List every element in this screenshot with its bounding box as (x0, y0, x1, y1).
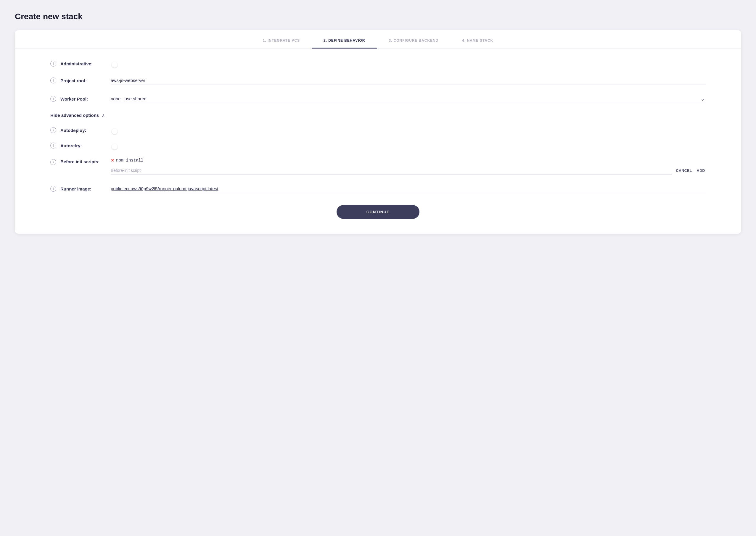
stepper: 1. INTEGRATE VCS 2. DEFINE BEHAVIOR 3. C… (15, 30, 741, 49)
worker-pool-label: Worker Pool: (60, 96, 111, 101)
autoretry-info-icon[interactable]: i (50, 143, 56, 149)
runner-image-label: Runner image: (60, 186, 111, 191)
worker-pool-info-icon[interactable]: i (50, 96, 56, 102)
step-define-behavior[interactable]: 2. DEFINE BEHAVIOR (312, 39, 377, 49)
main-card: 1. INTEGRATE VCS 2. DEFINE BEHAVIOR 3. C… (15, 30, 741, 234)
project-root-input[interactable] (111, 76, 706, 85)
before-init-scripts-row: i Before init scripts: ✕ npm install CAN… (50, 158, 706, 175)
before-init-scripts-col: ✕ npm install CANCEL ADD (111, 158, 706, 175)
script-name: npm install (116, 158, 143, 163)
runner-image-info-icon[interactable]: i (50, 186, 56, 192)
project-root-info-icon[interactable]: i (50, 78, 56, 84)
administrative-info-icon[interactable]: i (50, 61, 56, 67)
continue-button[interactable]: CONTINUE (337, 205, 419, 219)
advanced-options-toggle[interactable]: Hide advanced options ∧ (50, 113, 706, 118)
worker-pool-select-wrapper: none - use shared default custom ⌄ (111, 94, 706, 103)
project-root-row: i Project root: (50, 76, 706, 85)
autodeploy-toggle-wrapper (111, 127, 706, 133)
add-script-button[interactable]: ADD (696, 167, 706, 174)
before-init-scripts-info-icon[interactable]: i (50, 159, 56, 165)
runner-image-input-wrapper (111, 184, 706, 193)
autodeploy-info-icon[interactable]: i (50, 127, 56, 133)
administrative-toggle-wrapper (111, 61, 706, 66)
autoretry-label: Autoretry: (60, 143, 111, 148)
cancel-script-button[interactable]: CANCEL (675, 167, 693, 174)
autoretry-toggle-wrapper (111, 143, 706, 148)
runner-image-input[interactable] (111, 184, 706, 193)
project-root-input-wrapper (111, 76, 706, 85)
administrative-row: i Administrative: (50, 61, 706, 67)
project-root-label: Project root: (60, 78, 111, 83)
worker-pool-select[interactable]: none - use shared default custom (111, 94, 706, 103)
runner-image-row: i Runner image: (50, 184, 706, 193)
form-area: i Administrative: i Project root: i Work… (15, 49, 741, 234)
before-init-scripts-label: Before init scripts: (60, 159, 111, 164)
chevron-up-icon: ∧ (102, 113, 105, 118)
autodeploy-label: Autodeploy: (60, 128, 111, 133)
administrative-label: Administrative: (60, 61, 111, 66)
advanced-options-label: Hide advanced options (50, 113, 99, 118)
autoretry-row: i Autoretry: (50, 143, 706, 149)
script-input-row: CANCEL ADD (111, 166, 706, 175)
step-configure-backend[interactable]: 3. CONFIGURE BACKEND (377, 39, 450, 49)
remove-script-icon[interactable]: ✕ (111, 158, 114, 163)
step-name-stack[interactable]: 4. NAME STACK (450, 39, 505, 49)
page-title: Create new stack (15, 12, 741, 21)
step-integrate-vcs[interactable]: 1. INTEGRATE VCS (251, 39, 312, 49)
script-tag-npm-install: ✕ npm install (111, 158, 706, 163)
worker-pool-row: i Worker Pool: none - use shared default… (50, 94, 706, 103)
before-init-script-input[interactable] (111, 166, 672, 175)
autodeploy-row: i Autodeploy: (50, 127, 706, 133)
